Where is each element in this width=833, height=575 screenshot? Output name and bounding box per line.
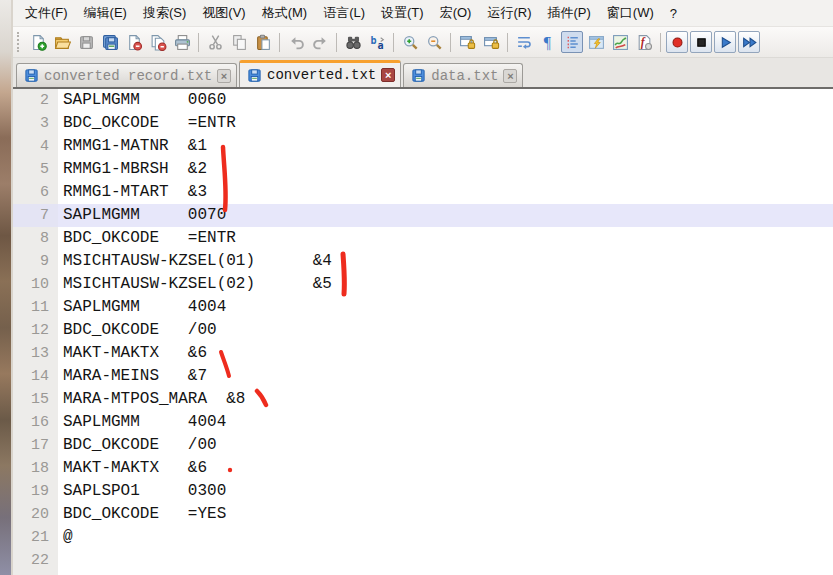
- line-number: 3: [13, 112, 58, 135]
- line-number: 15: [13, 388, 58, 411]
- toolbar-separator: [507, 33, 508, 52]
- toolbar-separator: [450, 33, 451, 52]
- saved-file-floppy-icon: [411, 68, 426, 83]
- tab-close-icon[interactable]: ×: [381, 68, 395, 82]
- menu-item-format[interactable]: 格式(M): [254, 0, 316, 26]
- code-line: 16SAPLMGMM 4004: [13, 411, 833, 434]
- sync-vertical-scroll-button[interactable]: [456, 31, 478, 53]
- macro-stop-icon: [693, 34, 710, 51]
- desktop-wallpaper-sliver: [0, 0, 11, 575]
- line-number: 9: [13, 250, 58, 273]
- saved-file-floppy-icon: [247, 68, 262, 83]
- line-number: 11: [13, 296, 58, 319]
- code-text[interactable]: MSICHTAUSW-KZSEL(02) &5: [58, 273, 833, 296]
- find-button[interactable]: [342, 31, 364, 53]
- code-line: 9MSICHTAUSW-KZSEL(01) &4: [13, 250, 833, 273]
- show-indent-guide-button[interactable]: [561, 31, 583, 53]
- zoom-in-button[interactable]: [399, 31, 421, 53]
- code-line: 12BDC_OKCODE /00: [13, 319, 833, 342]
- code-text[interactable]: [58, 549, 833, 572]
- close-file-button[interactable]: [123, 31, 145, 53]
- code-text[interactable]: MAKT-MAKTX &6: [58, 457, 833, 480]
- code-line: 20BDC_OKCODE =YES: [13, 503, 833, 526]
- svg-text:b: b: [370, 34, 376, 45]
- menu-item-view[interactable]: 视图(V): [194, 0, 253, 26]
- paste-button[interactable]: [252, 31, 274, 53]
- tab-data-txt[interactable]: data.txt×: [403, 63, 523, 87]
- document-map-button[interactable]: [609, 31, 631, 53]
- menu-item-plugins[interactable]: 插件(P): [539, 0, 598, 26]
- menu-item-window[interactable]: 窗口(W): [599, 0, 662, 26]
- code-text[interactable]: RMMG1-MTART &3: [58, 181, 833, 204]
- code-line: 14MARA-MEINS &7: [13, 365, 833, 388]
- code-line: 6RMMG1-MTART &3: [13, 181, 833, 204]
- code-line: 5RMMG1-MBRSH &2: [13, 158, 833, 181]
- code-line: 10MSICHTAUSW-KZSEL(02) &5: [13, 273, 833, 296]
- close-all-button[interactable]: [147, 31, 169, 53]
- toolbar-separator: [279, 33, 280, 52]
- tab-close-icon[interactable]: ×: [217, 69, 231, 83]
- code-text[interactable]: MARA-MEINS &7: [58, 365, 833, 388]
- line-number: 6: [13, 181, 58, 204]
- tab-converted-txt[interactable]: converted.txt×: [239, 60, 401, 87]
- code-text[interactable]: BDC_OKCODE =ENTR: [58, 227, 833, 250]
- menu-item-edit[interactable]: 编辑(E): [76, 0, 135, 26]
- replace-button[interactable]: ba: [366, 31, 388, 53]
- save-all-button[interactable]: [99, 31, 121, 53]
- line-number: 10: [13, 273, 58, 296]
- menu-item-language[interactable]: 语言(L): [315, 0, 373, 26]
- code-text[interactable]: MARA-MTPOS_MARA &8: [58, 388, 833, 411]
- code-text[interactable]: SAPLSPO1 0300: [58, 480, 833, 503]
- code-text[interactable]: SAPLMGMM 4004: [58, 411, 833, 434]
- menu-item-help[interactable]: ?: [662, 2, 685, 25]
- tab-close-icon[interactable]: ×: [503, 69, 517, 83]
- code-text[interactable]: MSICHTAUSW-KZSEL(01) &4: [58, 250, 833, 273]
- menu-item-settings[interactable]: 设置(T): [373, 0, 432, 26]
- code-text[interactable]: @: [58, 526, 833, 549]
- code-line: 3BDC_OKCODE =ENTR: [13, 112, 833, 135]
- svg-text:a: a: [377, 40, 383, 51]
- show-indent-guide-icon: [564, 34, 581, 51]
- macro-play-button[interactable]: [714, 31, 736, 53]
- sync-horizontal-scroll-button[interactable]: [480, 31, 502, 53]
- code-text[interactable]: SAPLMGMM 4004: [58, 296, 833, 319]
- menu-item-search[interactable]: 搜索(S): [135, 0, 194, 26]
- user-defined-language-icon: [588, 34, 605, 51]
- code-text[interactable]: RMMG1-MBRSH &2: [58, 158, 833, 181]
- open-file-button[interactable]: [51, 31, 73, 53]
- zoom-out-button[interactable]: [423, 31, 445, 53]
- menu-item-macro[interactable]: 宏(O): [432, 0, 480, 26]
- function-list-button[interactable]: f: [633, 31, 655, 53]
- word-wrap-button[interactable]: [513, 31, 535, 53]
- code-text[interactable]: RMMG1-MATNR &1: [58, 135, 833, 158]
- code-text[interactable]: BDC_OKCODE /00: [58, 434, 833, 457]
- code-text[interactable]: SAPLMGMM 0060: [58, 89, 833, 112]
- code-text[interactable]: BDC_OKCODE =YES: [58, 503, 833, 526]
- copy-icon: [231, 34, 248, 51]
- open-file-icon: [54, 34, 71, 51]
- print-button[interactable]: [171, 31, 193, 53]
- macro-run-multiple-button[interactable]: [738, 31, 760, 53]
- macro-stop-button[interactable]: [690, 31, 712, 53]
- code-text[interactable]: BDC_OKCODE /00: [58, 319, 833, 342]
- tab-converted-record-txt[interactable]: converted record.txt×: [16, 63, 237, 87]
- code-line: 22: [13, 549, 833, 572]
- code-line: 4RMMG1-MATNR &1: [13, 135, 833, 158]
- show-all-characters-icon: ¶: [540, 34, 557, 51]
- code-text[interactable]: BDC_OKCODE =ENTR: [58, 112, 833, 135]
- code-text[interactable]: MAKT-MAKTX &6: [58, 342, 833, 365]
- show-all-characters-button[interactable]: ¶: [537, 31, 559, 53]
- menu-item-file[interactable]: 文件(F): [17, 0, 76, 26]
- toolbar-separator: [198, 33, 199, 52]
- macro-record-button[interactable]: [666, 31, 688, 53]
- save-file-button: [75, 31, 97, 53]
- line-number: 14: [13, 365, 58, 388]
- user-defined-language-button[interactable]: [585, 31, 607, 53]
- text-editor-area[interactable]: 2SAPLMGMM 00603BDC_OKCODE =ENTR4RMMG1-MA…: [13, 87, 833, 575]
- toolbar-separator: [336, 33, 337, 52]
- code-text[interactable]: SAPLMGMM 0070: [58, 204, 833, 227]
- print-icon: [174, 34, 191, 51]
- line-number: 17: [13, 434, 58, 457]
- new-file-button[interactable]: [27, 31, 49, 53]
- menu-item-run[interactable]: 运行(R): [479, 0, 539, 26]
